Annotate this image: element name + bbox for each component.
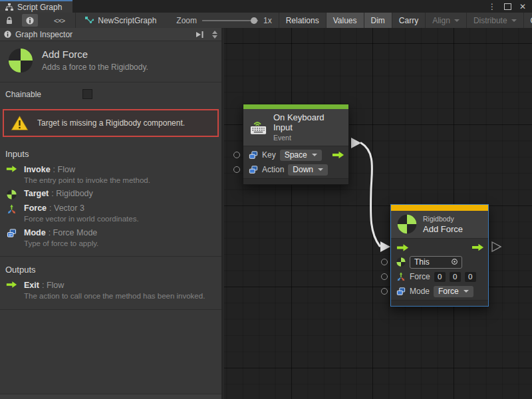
window-maximize-icon[interactable] [504,3,511,10]
chainable-label: Chainable [5,90,41,99]
dock-panel-icon[interactable] [195,31,204,38]
mode-input-port[interactable] [381,288,388,295]
flow-arrow-icon [5,166,17,172]
chevron-down-icon [454,19,460,22]
lock-icon[interactable] [2,13,17,28]
node-header: Rigidbody Add Force [391,211,488,239]
key-input-port[interactable] [233,152,240,158]
window-controls: ⋮ ✕ [488,0,532,13]
inspector-header: Graph Inspector [0,28,221,41]
zoom-slider-handle[interactable] [251,17,257,24]
input-item-target: Target: Rigidbody [0,185,221,200]
flow-output-port [351,138,361,148]
distribute-dropdown[interactable]: Distribute [467,13,524,28]
target-object-field[interactable]: This [410,256,462,269]
window-close-icon[interactable]: ✕ [519,2,526,11]
inspector-title: Graph Inspector [15,30,72,39]
enum-icon [396,287,406,296]
force-x-field[interactable]: 0 [434,272,446,282]
action-dropdown[interactable]: Down [288,164,328,176]
key-label: Key [262,150,276,160]
node-on-keyboard-input[interactable]: On Keyboard Input Event Key Space [243,104,349,185]
toolbar-separator [75,13,76,28]
graph-toolbar: <×> NewScriptGraph Zoom 1x Relations Val… [0,13,532,29]
input-item-invoke: Invoke: Flow The entry point to invoke t… [0,161,221,185]
dim-button[interactable]: Dim [364,13,392,28]
rigidbody-icon [397,214,417,234]
node-title: Add Force [423,224,463,234]
zoom-slider[interactable] [202,20,258,21]
values-button[interactable]: Values [327,13,364,28]
action-input-port[interactable] [233,166,240,173]
chainable-row: Chainable [0,82,221,104]
target-row: This [391,255,488,269]
event-color-bar [243,104,348,109]
scroll-down-icon[interactable] [212,35,217,39]
graph-canvas[interactable]: On Keyboard Input Event Key Space [224,28,532,399]
node-body: This [391,239,488,300]
graph-inspector-panel: Graph Inspector [0,28,223,399]
panel-scroll-spinner[interactable] [212,31,217,39]
force-input-port[interactable] [381,273,388,280]
mode-dropdown[interactable]: Force [434,286,473,297]
vector3-icon [396,272,406,281]
panel-resize-strip[interactable] [0,394,221,399]
rigidbody-icon [5,190,17,200]
rigidbody-icon [396,257,406,267]
warning-text: Target is missing a Rigidbody component. [37,118,185,128]
code-preview-icon[interactable]: <×> [50,13,68,28]
flow-out-arrow-icon[interactable] [471,244,484,251]
node-add-force[interactable]: Rigidbody Add Force [390,204,489,307]
node-footer [391,300,488,306]
unit-description: Adds a force to the Rigidbody. [42,63,148,72]
action-row: Action Down [243,162,348,177]
input-item-force: Force: Vector 3 Force vector in world co… [0,200,221,223]
relations-button[interactable]: Relations [279,13,327,28]
chevron-down-icon [312,154,317,156]
inputs-header: Inputs [0,141,221,161]
tab-script-graph[interactable]: Script Graph [0,0,72,13]
force-y-field[interactable]: 0 [450,272,461,282]
window-menu-icon[interactable]: ⋮ [488,2,496,11]
output-item-exit: Exit: Flow The action to call once the m… [0,277,221,301]
flow-output-port-empty [492,242,501,251]
node-footer [243,178,348,184]
force-z-field[interactable]: 0 [465,272,476,282]
carry-button[interactable]: Carry [392,13,426,28]
chevron-down-icon [318,168,323,171]
zoom-value: 1x [263,16,272,25]
graph-reference[interactable]: NewScriptGraph [82,13,159,28]
flow-in-arrow-icon[interactable] [396,244,409,251]
inspector-toggle-icon[interactable] [22,14,38,27]
overview-button[interactable]: Overview [524,13,532,28]
script-graph-tab-icon [5,3,13,11]
key-dropdown[interactable]: Space [280,150,322,161]
warning-color-bar [391,205,488,211]
flow-out-arrow-icon[interactable] [332,152,344,159]
enum-icon [249,151,258,160]
tab-title: Script Graph [17,3,62,12]
chainable-checkbox[interactable] [82,89,92,99]
unit-summary: Add Force Adds a force to the Rigidbody. [0,41,221,82]
graph-asset-icon [85,17,94,25]
key-row: Key Space [243,148,348,162]
warning-banner: Target is missing a Rigidbody component. [3,109,219,137]
tab-bar: Script Graph ⋮ ✕ [0,0,532,13]
align-dropdown[interactable]: Align [426,13,467,28]
node-header: On Keyboard Input Event [243,109,348,146]
section-divider [0,309,221,310]
script-graph-window: Script Graph ⋮ ✕ <×> [0,0,532,399]
mode-row: Mode Force [391,284,488,299]
target-input-port[interactable] [381,259,388,265]
node-title: On Keyboard Input [273,112,342,132]
input-item-mode: Mode: Force Mode Type of force to apply. [0,224,221,248]
flow-row [391,240,488,255]
warning-icon [11,115,29,131]
flow-input-port [380,241,390,252]
scroll-up-icon[interactable] [212,31,217,34]
node-supertitle: Rigidbody [423,215,463,223]
node-body: Key Space Acti [243,146,348,178]
toolbar-buttons: Relations Values Dim Carry Align Distrib… [279,13,532,28]
chevron-down-icon [511,19,517,22]
object-picker-icon[interactable] [451,258,458,265]
